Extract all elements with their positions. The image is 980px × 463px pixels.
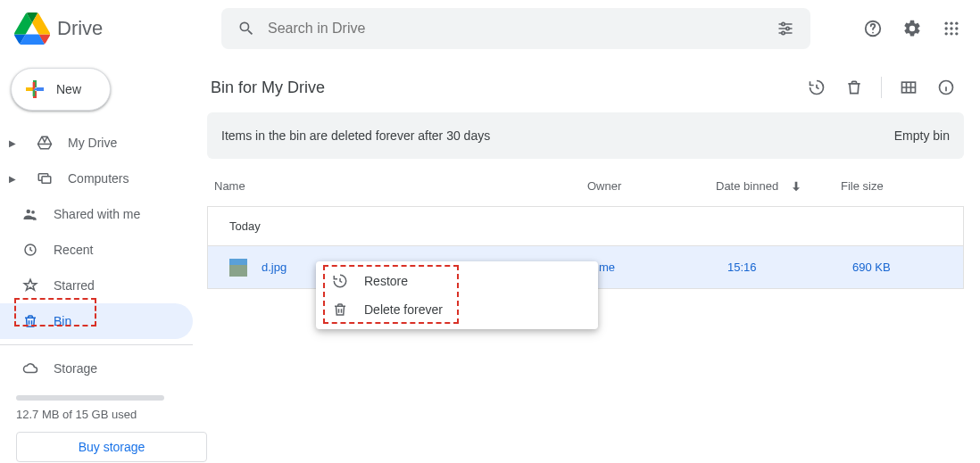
help-icon[interactable] xyxy=(855,11,891,46)
svg-point-7 xyxy=(955,21,958,24)
svg-point-0 xyxy=(782,22,785,25)
product-name: Drive xyxy=(57,17,103,40)
new-button-label: New xyxy=(56,82,81,96)
sidebar-item-bin[interactable]: Bin xyxy=(0,303,193,339)
svg-point-18 xyxy=(31,211,35,214)
shared-icon xyxy=(21,206,39,222)
search-input[interactable] xyxy=(264,21,768,37)
col-binned[interactable]: Date binned xyxy=(716,179,841,194)
search-bar xyxy=(221,8,810,49)
sidebar-item-label: Storage xyxy=(54,361,97,376)
header-actions xyxy=(855,11,973,46)
svg-point-6 xyxy=(950,21,952,24)
file-size: 690 KB xyxy=(852,260,959,274)
settings-icon[interactable] xyxy=(894,11,930,46)
svg-point-10 xyxy=(955,27,958,29)
svg-point-8 xyxy=(945,27,948,29)
plus-icon xyxy=(23,79,45,100)
sidebar-item-label: Shared with me xyxy=(54,207,140,221)
column-headers: Name Owner Date binned File size xyxy=(207,166,964,207)
col-binned-label: Date binned xyxy=(716,179,778,193)
sidebar-item-shared[interactable]: Shared with me xyxy=(0,196,193,232)
app-header: Drive xyxy=(0,0,980,57)
bin-icon xyxy=(21,313,39,329)
group-label: Today xyxy=(229,219,261,233)
svg-point-11 xyxy=(945,32,948,35)
storage-meter xyxy=(16,395,164,401)
storage-icon xyxy=(21,360,39,376)
main-content: Bin for My Drive Items in the bin are de… xyxy=(207,57,980,463)
svg-point-5 xyxy=(945,21,948,24)
expand-icon[interactable]: ▶ xyxy=(4,174,21,184)
trash-icon xyxy=(332,302,348,318)
svg-rect-16 xyxy=(42,177,51,184)
context-menu: Restore Delete forever xyxy=(316,261,598,329)
search-icon[interactable] xyxy=(228,11,264,46)
apps-icon[interactable] xyxy=(934,11,969,46)
logo-block[interactable]: Drive xyxy=(14,11,221,46)
new-button[interactable]: New xyxy=(11,68,111,111)
svg-point-13 xyxy=(955,32,958,35)
divider xyxy=(0,344,193,345)
file-binned: 15:16 xyxy=(727,260,852,274)
my-drive-icon xyxy=(36,135,54,151)
buy-storage-button[interactable]: Buy storage xyxy=(16,432,207,462)
svg-point-4 xyxy=(872,31,874,33)
search-options-icon[interactable] xyxy=(768,11,803,46)
sidebar-item-label: My Drive xyxy=(68,136,117,150)
sidebar-item-label: Computers xyxy=(68,171,129,186)
sidebar-item-my-drive[interactable]: ▶ My Drive xyxy=(0,125,193,161)
recent-icon xyxy=(21,242,39,258)
menu-delete-forever[interactable]: Delete forever xyxy=(316,295,598,324)
page-title: Bin for My Drive xyxy=(211,79,799,97)
starred-icon xyxy=(21,277,39,294)
sidebar: New ▶ My Drive ▶ Computers Shared with m… xyxy=(0,57,207,463)
sidebar-item-computers[interactable]: ▶ Computers xyxy=(0,161,193,196)
grid-view-icon[interactable] xyxy=(891,70,926,105)
svg-point-2 xyxy=(782,31,785,34)
sidebar-item-label: Bin xyxy=(54,314,71,328)
storage-used-text: 12.7 MB of 15 GB used xyxy=(0,406,207,430)
sidebar-item-starred[interactable]: Starred xyxy=(0,268,193,303)
info-banner: Items in the bin are deleted forever aft… xyxy=(207,112,964,159)
activity-icon[interactable] xyxy=(799,70,835,105)
group-today: Today xyxy=(207,207,964,246)
details-icon[interactable] xyxy=(928,70,964,105)
drive-logo-icon xyxy=(14,11,50,46)
col-name[interactable]: Name xyxy=(214,179,587,193)
file-owner: me xyxy=(599,260,727,274)
restore-icon xyxy=(332,273,348,289)
sidebar-item-label: Recent xyxy=(54,243,93,257)
col-owner[interactable]: Owner xyxy=(587,179,716,193)
menu-restore[interactable]: Restore xyxy=(316,267,598,295)
svg-point-12 xyxy=(950,32,952,35)
banner-text: Items in the bin are deleted forever aft… xyxy=(221,128,490,143)
computers-icon xyxy=(36,170,54,186)
separator xyxy=(881,77,882,98)
menu-delete-label: Delete forever xyxy=(364,302,443,317)
menu-restore-label: Restore xyxy=(364,274,408,288)
svg-point-17 xyxy=(27,210,31,214)
trash-icon[interactable] xyxy=(836,70,872,105)
sidebar-item-storage[interactable]: Storage xyxy=(0,351,193,386)
col-size[interactable]: File size xyxy=(841,179,948,193)
sidebar-item-recent[interactable]: Recent xyxy=(0,232,193,268)
empty-bin-button[interactable]: Empty bin xyxy=(894,128,950,143)
sort-down-icon xyxy=(789,179,803,194)
svg-point-9 xyxy=(950,27,952,29)
expand-icon[interactable]: ▶ xyxy=(4,138,21,148)
image-thumb-icon xyxy=(229,259,247,277)
title-row: Bin for My Drive xyxy=(207,66,964,109)
svg-point-1 xyxy=(786,27,789,29)
sidebar-item-label: Starred xyxy=(54,278,95,293)
